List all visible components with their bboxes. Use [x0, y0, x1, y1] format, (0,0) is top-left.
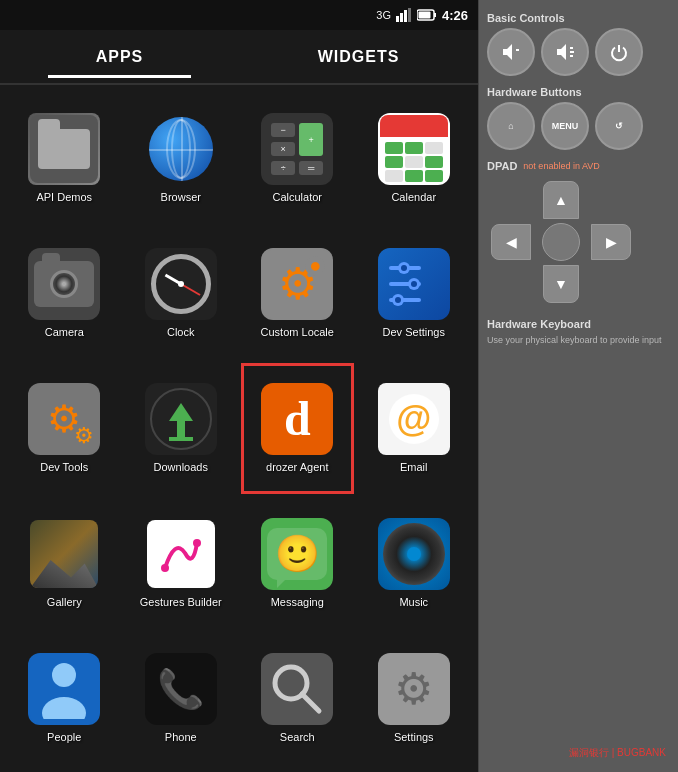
svg-point-22 — [42, 697, 86, 719]
signal-bars-icon — [396, 8, 412, 22]
email-icon: @ — [378, 383, 450, 455]
status-time: 4:26 — [442, 8, 468, 23]
app-item-phone[interactable]: 📞 Phone — [125, 633, 238, 764]
volume-down-button[interactable] — [487, 28, 535, 76]
app-item-browser[interactable]: Browser — [125, 93, 238, 224]
music-label: Music — [399, 596, 428, 609]
app-grid: API Demos Browser − + × ÷ — [0, 85, 478, 772]
svg-point-21 — [52, 663, 76, 687]
dpad-down-button[interactable]: ▼ — [543, 265, 579, 303]
svg-point-9 — [401, 265, 407, 271]
android-screen: 3G 4:26 APPS WIDGETS — [0, 0, 478, 772]
custom-locale-label: Custom Locale — [261, 326, 334, 339]
dev-settings-label: Dev Settings — [383, 326, 445, 339]
hardware-buttons-title: Hardware Buttons — [487, 86, 670, 98]
drozer-agent-label: drozer Agent — [266, 461, 328, 474]
svg-rect-1 — [400, 13, 403, 22]
svg-rect-6 — [418, 12, 430, 19]
app-item-downloads[interactable]: Downloads — [125, 363, 238, 494]
app-item-gallery[interactable]: Gallery — [8, 498, 121, 629]
bugbank-footer: 漏洞银行 | BUGBANK — [487, 742, 670, 764]
signal-icon: 3G — [376, 9, 391, 21]
menu-button[interactable]: MENU — [541, 102, 589, 150]
app-item-api-demos[interactable]: API Demos — [8, 93, 121, 224]
phone-label: Phone — [165, 731, 197, 744]
app-item-calendar[interactable]: Calendar — [358, 93, 471, 224]
people-icon — [28, 653, 100, 725]
settings-label: Settings — [394, 731, 434, 744]
svg-rect-3 — [408, 8, 411, 22]
app-item-gestures-builder[interactable]: Gestures Builder — [125, 498, 238, 629]
svg-rect-0 — [396, 16, 399, 22]
hardware-keyboard-title: Hardware Keyboard — [487, 318, 670, 330]
camera-label: Camera — [45, 326, 84, 339]
app-item-dev-settings[interactable]: Dev Settings — [358, 228, 471, 359]
settings-icon: ⚙ — [378, 653, 450, 725]
gestures-builder-icon — [145, 518, 217, 590]
calendar-icon — [378, 113, 450, 185]
hw-buttons-row: ⌂ MENU ↺ — [487, 102, 670, 150]
power-button[interactable] — [595, 28, 643, 76]
app-item-people[interactable]: People — [8, 633, 121, 764]
downloads-label: Downloads — [154, 461, 208, 474]
dpad-container: ▲ ◀ ▶ ▼ — [487, 180, 670, 304]
app-item-clock[interactable]: Clock — [125, 228, 238, 359]
camera-icon — [28, 248, 100, 320]
app-item-custom-locale[interactable]: ⚙ ● Custom Locale — [241, 228, 354, 359]
tab-bar: APPS WIDGETS — [0, 30, 478, 85]
basic-controls-section: Basic Controls — [487, 8, 670, 76]
email-label: Email — [400, 461, 428, 474]
hardware-keyboard-section: Hardware Keyboard Use your physical keyb… — [487, 314, 670, 347]
app-item-music[interactable]: Music — [358, 498, 471, 629]
dev-settings-icon — [378, 248, 450, 320]
bugbank-text: 漏洞银行 | BUGBANK — [569, 747, 666, 758]
api-demos-label: API Demos — [36, 191, 92, 204]
svg-line-24 — [302, 694, 319, 711]
search-label: Search — [280, 731, 315, 744]
app-item-calculator[interactable]: − + × ÷ ═ Calculator — [241, 93, 354, 224]
svg-point-15 — [395, 297, 401, 303]
dpad-center-button[interactable] — [542, 223, 580, 261]
tab-apps[interactable]: APPS — [0, 38, 239, 76]
gestures-builder-label: Gestures Builder — [140, 596, 222, 609]
gallery-icon — [28, 518, 100, 590]
dpad-left-button[interactable]: ◀ — [491, 224, 531, 260]
volume-up-button[interactable] — [541, 28, 589, 76]
clock-label: Clock — [167, 326, 195, 339]
svg-point-20 — [193, 539, 201, 547]
right-panel: Basic Controls — [478, 0, 678, 772]
dev-tools-icon: ⚙ ⚙ — [28, 383, 100, 455]
status-icons: 3G 4:26 — [376, 8, 468, 23]
drozer-agent-icon: d — [261, 383, 333, 455]
dpad-section: DPAD not enabled in AVD ▲ ◀ ▶ ▼ — [487, 156, 670, 308]
browser-label: Browser — [161, 191, 201, 204]
dpad-up-button[interactable]: ▲ — [543, 181, 579, 219]
app-item-settings[interactable]: ⚙ Settings — [358, 633, 471, 764]
dpad-disabled-note: not enabled in AVD — [523, 161, 599, 171]
app-item-messaging[interactable]: 🙂 Messaging — [241, 498, 354, 629]
messaging-label: Messaging — [271, 596, 324, 609]
status-bar: 3G 4:26 — [0, 0, 478, 30]
people-label: People — [47, 731, 81, 744]
dpad-corner-bl — [491, 266, 531, 302]
music-icon — [378, 518, 450, 590]
svg-point-19 — [161, 564, 169, 572]
dpad-right-button[interactable]: ▶ — [591, 224, 631, 260]
app-item-dev-tools[interactable]: ⚙ ⚙ Dev Tools — [8, 363, 121, 494]
home-button[interactable]: ⌂ — [487, 102, 535, 150]
api-demos-icon — [28, 113, 100, 185]
svg-rect-2 — [404, 10, 407, 22]
app-item-email[interactable]: @ Email — [358, 363, 471, 494]
app-item-drozer-agent[interactable]: d drozer Agent — [241, 363, 354, 494]
svg-point-12 — [411, 281, 417, 287]
svg-rect-5 — [434, 13, 436, 17]
dpad-corner-br — [591, 266, 631, 302]
hardware-keyboard-note: Use your physical keyboard to provide in… — [487, 334, 670, 347]
dpad-corner-tr — [591, 182, 631, 218]
tab-widgets[interactable]: WIDGETS — [239, 38, 478, 76]
back-button[interactable]: ↺ — [595, 102, 643, 150]
app-item-camera[interactable]: Camera — [8, 228, 121, 359]
app-item-search[interactable]: Search — [241, 633, 354, 764]
clock-icon — [145, 248, 217, 320]
basic-controls-row — [487, 28, 670, 76]
